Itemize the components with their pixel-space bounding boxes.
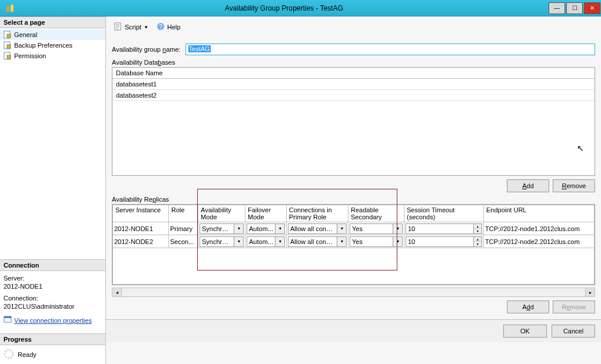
chevron-down-icon: ▾ — [337, 224, 346, 233]
db-row[interactable]: databasetest1 — [112, 79, 595, 90]
availability-databases-label: Availability Databases — [112, 59, 595, 66]
col-role[interactable]: Role — [169, 205, 198, 222]
page-icon — [4, 31, 12, 39]
replica-row[interactable]: 2012-NODE1 Primary Synchron...▾ Autom...… — [113, 222, 595, 235]
script-button[interactable]: Script ▼ — [112, 21, 151, 33]
server-label: Server: — [4, 275, 102, 282]
replica-remove-button[interactable]: Remove — [553, 300, 595, 313]
window-controls: — ☐ ✕ — [548, 1, 601, 15]
progress-header: Progress — [0, 333, 105, 345]
cell-connections-primary[interactable]: Allow all conne...▾ — [287, 235, 348, 248]
cell-availability-mode[interactable]: Synchron...▾ — [198, 222, 245, 235]
link-label: View connection properties — [14, 317, 92, 324]
col-endpoint[interactable]: Endpoint URL — [484, 205, 595, 222]
progress-section: Ready — [0, 345, 105, 364]
availability-databases-box: Database Name databasetest1 databasetest… — [112, 67, 595, 176]
db-button-row: Add Remove — [112, 179, 595, 192]
replica-header-row: Server Instance Role Availability Mode F… — [113, 205, 595, 222]
col-connections-primary[interactable]: Connections in Primary Role — [287, 205, 348, 222]
progress-status: Ready — [18, 351, 36, 358]
replicas-table: Server Instance Role Availability Mode F… — [112, 205, 595, 285]
col-server[interactable]: Server Instance — [113, 205, 169, 222]
cancel-button[interactable]: Cancel — [552, 325, 595, 338]
page-label: Backup Preferences — [14, 42, 72, 49]
svg-rect-1 — [11, 5, 14, 12]
app-icon — [4, 2, 16, 15]
page-icon — [4, 41, 12, 49]
col-availability-mode[interactable]: Availability Mode — [198, 205, 245, 222]
toolbar: Script ▼ ? Help — [112, 20, 595, 36]
cell-endpoint[interactable]: TCP://2012-node2.2012clus.com — [484, 235, 595, 248]
chevron-down-icon: ▾ — [393, 224, 402, 233]
close-button[interactable]: ✕ — [584, 2, 600, 14]
help-icon: ? — [157, 22, 165, 32]
svg-rect-7 — [7, 55, 11, 59]
chevron-down-icon: ▾ — [275, 237, 284, 246]
chevron-down-icon: ▼ — [144, 25, 148, 30]
ok-button[interactable]: OK — [503, 325, 547, 338]
ag-name-label: Availability group name: — [112, 46, 181, 53]
help-button[interactable]: ? Help — [154, 21, 183, 33]
db-add-button[interactable]: Add — [507, 179, 549, 192]
page-icon — [4, 52, 12, 60]
cell-connections-primary[interactable]: Allow all conne...▾ — [287, 222, 348, 235]
replica-horizontal-scrollbar[interactable]: ◂ ▸ — [112, 288, 595, 297]
col-failover-mode[interactable]: Failover Mode — [245, 205, 287, 222]
connection-section: Server: 2012-NODE1 Connection: 2012CLUS\… — [0, 271, 105, 329]
col-session-timeout[interactable]: Session Timeout (seconds) — [404, 205, 484, 222]
svg-point-10 — [5, 350, 13, 358]
cell-availability-mode[interactable]: Synchron...▾ — [198, 235, 245, 248]
script-label: Script — [125, 24, 141, 31]
cell-failover-mode[interactable]: Autom...▾ — [245, 235, 287, 248]
cell-readable-secondary[interactable]: Yes▾ — [348, 235, 404, 248]
page-label: General — [14, 31, 37, 38]
cell-readable-secondary[interactable]: Yes▾ — [348, 222, 404, 235]
cell-session-timeout[interactable]: 10▴▾ — [404, 222, 484, 235]
availability-replicas-label: Availability Replicas — [112, 196, 595, 203]
cell-endpoint[interactable]: TCP://2012-node1.2012clus.com — [484, 222, 595, 235]
cell-session-timeout[interactable]: 10▴▾ — [404, 235, 484, 248]
cell-role: Primary — [169, 222, 198, 235]
scroll-right-button[interactable]: ▸ — [585, 288, 595, 296]
svg-text:?: ? — [159, 24, 162, 30]
chevron-down-icon: ▾ — [337, 237, 346, 246]
view-connection-properties-link[interactable]: View connection properties — [4, 316, 92, 325]
page-item-backup-preferences[interactable]: Backup Preferences — [0, 40, 105, 51]
replica-button-row: Add Remove — [112, 300, 595, 313]
cell-failover-mode[interactable]: Autom...▾ — [245, 222, 287, 235]
db-remove-button[interactable]: Remove — [553, 179, 595, 192]
page-item-permission[interactable]: Permission — [0, 51, 105, 61]
page-item-general[interactable]: General — [0, 29, 105, 40]
chevron-down-icon: ▾ — [275, 224, 284, 233]
progress-spinner-icon — [4, 349, 14, 360]
page-label: Permission — [14, 52, 46, 59]
ag-name-row: Availability group name: TestAG — [112, 44, 595, 55]
chevron-down-icon: ▾ — [234, 237, 243, 246]
help-label: Help — [167, 24, 181, 31]
replica-add-button[interactable]: Add — [507, 300, 549, 313]
properties-icon — [4, 316, 12, 325]
cell-role: Secon... — [169, 235, 198, 248]
svg-rect-5 — [7, 45, 11, 48]
scroll-left-button[interactable]: ◂ — [112, 288, 122, 296]
sidebar: Select a page General Backup Preferences… — [0, 16, 106, 364]
title-bar: Availability Group Properties - TestAG —… — [0, 0, 601, 16]
chevron-down-icon: ▾ — [393, 237, 402, 246]
col-readable-secondary[interactable]: Readable Secondary — [348, 205, 404, 222]
db-row[interactable]: databasetest2 — [112, 90, 595, 101]
cell-server: 2012-NODE1 — [113, 222, 169, 235]
server-value: 2012-NODE1 — [4, 283, 102, 290]
connection-header: Connection — [0, 259, 105, 271]
svg-rect-0 — [6, 6, 9, 12]
select-page-header: Select a page — [0, 16, 105, 28]
connection-label: Connection: — [4, 295, 102, 302]
svg-rect-3 — [7, 34, 11, 38]
replica-row[interactable]: 2012-NODE2 Secon... Synchron...▾ Autom..… — [113, 235, 595, 248]
dialog-footer: OK Cancel — [106, 319, 601, 342]
svg-rect-9 — [4, 316, 11, 318]
maximize-button[interactable]: ☐ — [566, 2, 583, 14]
ag-name-input[interactable]: TestAG — [185, 44, 595, 55]
minimize-button[interactable]: — — [549, 2, 565, 14]
window-title: Availability Group Properties - TestAG — [20, 4, 548, 12]
availability-replicas-box: Server Instance Role Availability Mode F… — [112, 204, 595, 285]
